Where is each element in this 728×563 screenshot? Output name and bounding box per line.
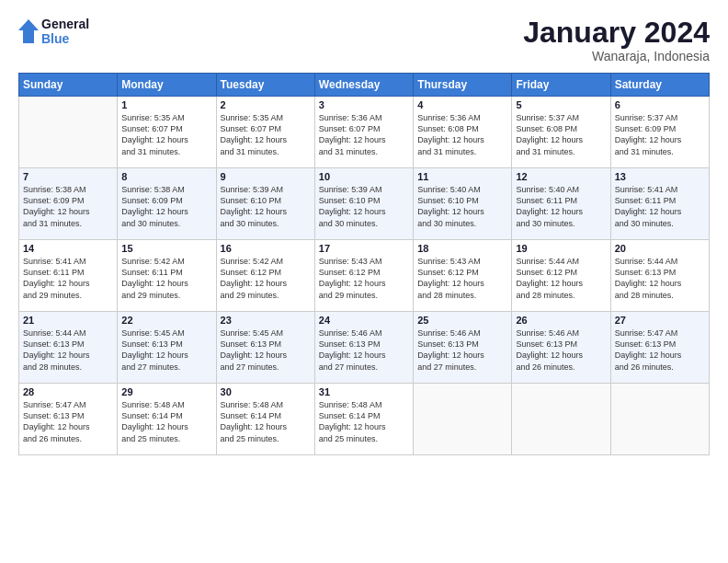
cell-info: Sunrise: 5:44 AM Sunset: 6:13 PM Dayligh… <box>615 256 705 301</box>
weekday-tuesday: Tuesday <box>216 74 314 97</box>
day-number: 31 <box>319 386 409 397</box>
cell-info: Sunrise: 5:39 AM Sunset: 6:10 PM Dayligh… <box>319 184 409 229</box>
calendar-cell: 12Sunrise: 5:40 AM Sunset: 6:11 PM Dayli… <box>512 168 610 240</box>
day-number: 1 <box>121 99 211 110</box>
calendar-cell: 14Sunrise: 5:41 AM Sunset: 6:11 PM Dayli… <box>19 240 118 312</box>
day-number: 4 <box>417 99 507 110</box>
cell-info: Sunrise: 5:35 AM Sunset: 6:07 PM Dayligh… <box>221 112 311 157</box>
svg-marker-0 <box>18 19 39 43</box>
cell-info: Sunrise: 5:46 AM Sunset: 6:13 PM Dayligh… <box>417 327 507 373</box>
cell-info: Sunrise: 5:45 AM Sunset: 6:13 PM Dayligh… <box>121 327 211 373</box>
day-number: 12 <box>516 171 606 182</box>
location: Wanaraja, Indonesia <box>523 49 710 63</box>
day-number: 22 <box>121 315 211 326</box>
calendar-cell: 2Sunrise: 5:35 AM Sunset: 6:07 PM Daylig… <box>216 97 314 168</box>
calendar-cell: 15Sunrise: 5:42 AM Sunset: 6:11 PM Dayli… <box>118 240 216 312</box>
day-number: 30 <box>221 386 311 397</box>
cell-info: Sunrise: 5:37 AM Sunset: 6:08 PM Dayligh… <box>516 112 606 157</box>
cell-info: Sunrise: 5:37 AM Sunset: 6:09 PM Dayligh… <box>615 112 705 157</box>
calendar-cell: 4Sunrise: 5:36 AM Sunset: 6:08 PM Daylig… <box>414 97 512 168</box>
calendar-cell: 28Sunrise: 5:47 AM Sunset: 6:13 PM Dayli… <box>19 384 118 455</box>
weekday-header-row: SundayMondayTuesdayWednesdayThursdayFrid… <box>19 74 710 97</box>
day-number: 29 <box>121 386 211 397</box>
day-number: 6 <box>615 99 705 110</box>
weekday-saturday: Saturday <box>610 74 709 97</box>
cell-info: Sunrise: 5:35 AM Sunset: 6:07 PM Dayligh… <box>121 112 211 157</box>
day-number: 2 <box>221 99 311 110</box>
calendar-cell: 8Sunrise: 5:38 AM Sunset: 6:09 PM Daylig… <box>118 168 216 240</box>
calendar-cell: 23Sunrise: 5:45 AM Sunset: 6:13 PM Dayli… <box>216 312 314 384</box>
logo-text-block: General Blue <box>18 17 89 46</box>
calendar-cell: 9Sunrise: 5:39 AM Sunset: 6:10 PM Daylig… <box>216 168 314 240</box>
cell-info: Sunrise: 5:40 AM Sunset: 6:10 PM Dayligh… <box>417 184 507 229</box>
calendar-cell: 31Sunrise: 5:48 AM Sunset: 6:14 PM Dayli… <box>314 384 413 455</box>
day-number: 8 <box>121 171 211 182</box>
cell-info: Sunrise: 5:41 AM Sunset: 6:11 PM Dayligh… <box>23 256 113 301</box>
calendar-cell: 13Sunrise: 5:41 AM Sunset: 6:11 PM Dayli… <box>610 168 709 240</box>
cell-info: Sunrise: 5:43 AM Sunset: 6:12 PM Dayligh… <box>417 256 507 301</box>
cell-info: Sunrise: 5:36 AM Sunset: 6:07 PM Dayligh… <box>319 112 409 157</box>
calendar-cell: 19Sunrise: 5:44 AM Sunset: 6:12 PM Dayli… <box>512 240 610 312</box>
day-number: 24 <box>319 315 409 326</box>
cell-info: Sunrise: 5:44 AM Sunset: 6:13 PM Dayligh… <box>23 327 113 373</box>
cell-info: Sunrise: 5:47 AM Sunset: 6:13 PM Dayligh… <box>23 399 113 444</box>
calendar-cell <box>414 384 512 455</box>
day-number: 18 <box>417 243 507 254</box>
calendar-cell: 26Sunrise: 5:46 AM Sunset: 6:13 PM Dayli… <box>512 312 610 384</box>
logo-general: General <box>41 17 89 31</box>
day-number: 23 <box>221 315 311 326</box>
week-row-3: 14Sunrise: 5:41 AM Sunset: 6:11 PM Dayli… <box>19 240 710 312</box>
calendar-cell: 10Sunrise: 5:39 AM Sunset: 6:10 PM Dayli… <box>314 168 413 240</box>
cell-info: Sunrise: 5:40 AM Sunset: 6:11 PM Dayligh… <box>516 184 606 229</box>
week-row-1: 1Sunrise: 5:35 AM Sunset: 6:07 PM Daylig… <box>19 97 710 168</box>
day-number: 13 <box>615 171 705 182</box>
calendar-cell <box>512 384 610 455</box>
weekday-monday: Monday <box>118 74 216 97</box>
day-number: 7 <box>23 171 113 182</box>
cell-info: Sunrise: 5:46 AM Sunset: 6:13 PM Dayligh… <box>319 327 409 373</box>
cell-info: Sunrise: 5:48 AM Sunset: 6:14 PM Dayligh… <box>221 399 311 444</box>
weekday-wednesday: Wednesday <box>314 74 413 97</box>
cell-info: Sunrise: 5:46 AM Sunset: 6:13 PM Dayligh… <box>516 327 606 373</box>
calendar-cell: 17Sunrise: 5:43 AM Sunset: 6:12 PM Dayli… <box>314 240 413 312</box>
calendar-cell: 1Sunrise: 5:35 AM Sunset: 6:07 PM Daylig… <box>118 97 216 168</box>
cell-info: Sunrise: 5:38 AM Sunset: 6:09 PM Dayligh… <box>23 184 113 229</box>
day-number: 9 <box>221 171 311 182</box>
day-number: 3 <box>319 99 409 110</box>
calendar-cell: 3Sunrise: 5:36 AM Sunset: 6:07 PM Daylig… <box>314 97 413 168</box>
cell-info: Sunrise: 5:47 AM Sunset: 6:13 PM Dayligh… <box>615 327 705 373</box>
cell-info: Sunrise: 5:42 AM Sunset: 6:11 PM Dayligh… <box>121 256 211 301</box>
weekday-sunday: Sunday <box>19 74 118 97</box>
calendar-cell: 27Sunrise: 5:47 AM Sunset: 6:13 PM Dayli… <box>610 312 709 384</box>
logo: General Blue <box>18 17 89 46</box>
cell-info: Sunrise: 5:41 AM Sunset: 6:11 PM Dayligh… <box>615 184 705 229</box>
day-number: 26 <box>516 315 606 326</box>
cell-info: Sunrise: 5:38 AM Sunset: 6:09 PM Dayligh… <box>121 184 211 229</box>
day-number: 28 <box>23 386 113 397</box>
calendar-cell: 21Sunrise: 5:44 AM Sunset: 6:13 PM Dayli… <box>19 312 118 384</box>
calendar-cell: 24Sunrise: 5:46 AM Sunset: 6:13 PM Dayli… <box>314 312 413 384</box>
day-number: 17 <box>319 243 409 254</box>
cell-info: Sunrise: 5:48 AM Sunset: 6:14 PM Dayligh… <box>319 399 409 444</box>
calendar-table: SundayMondayTuesdayWednesdayThursdayFrid… <box>18 73 710 455</box>
calendar-cell: 30Sunrise: 5:48 AM Sunset: 6:14 PM Dayli… <box>216 384 314 455</box>
day-number: 14 <box>23 243 113 254</box>
calendar-cell: 29Sunrise: 5:48 AM Sunset: 6:14 PM Dayli… <box>118 384 216 455</box>
calendar-cell: 22Sunrise: 5:45 AM Sunset: 6:13 PM Dayli… <box>118 312 216 384</box>
week-row-4: 21Sunrise: 5:44 AM Sunset: 6:13 PM Dayli… <box>19 312 710 384</box>
cell-info: Sunrise: 5:43 AM Sunset: 6:12 PM Dayligh… <box>319 256 409 301</box>
cell-info: Sunrise: 5:36 AM Sunset: 6:08 PM Dayligh… <box>417 112 507 157</box>
month-title: January 2024 <box>523 17 710 49</box>
cell-info: Sunrise: 5:39 AM Sunset: 6:10 PM Dayligh… <box>221 184 311 229</box>
calendar-cell: 16Sunrise: 5:42 AM Sunset: 6:12 PM Dayli… <box>216 240 314 312</box>
calendar-cell: 11Sunrise: 5:40 AM Sunset: 6:10 PM Dayli… <box>414 168 512 240</box>
cell-info: Sunrise: 5:45 AM Sunset: 6:13 PM Dayligh… <box>221 327 311 373</box>
calendar-cell: 25Sunrise: 5:46 AM Sunset: 6:13 PM Dayli… <box>414 312 512 384</box>
weekday-thursday: Thursday <box>414 74 512 97</box>
cell-info: Sunrise: 5:48 AM Sunset: 6:14 PM Dayligh… <box>121 399 211 444</box>
week-row-5: 28Sunrise: 5:47 AM Sunset: 6:13 PM Dayli… <box>19 384 710 455</box>
day-number: 21 <box>23 315 113 326</box>
cell-info: Sunrise: 5:42 AM Sunset: 6:12 PM Dayligh… <box>221 256 311 301</box>
calendar-cell: 6Sunrise: 5:37 AM Sunset: 6:09 PM Daylig… <box>610 97 709 168</box>
logo-bird-icon <box>18 17 39 47</box>
